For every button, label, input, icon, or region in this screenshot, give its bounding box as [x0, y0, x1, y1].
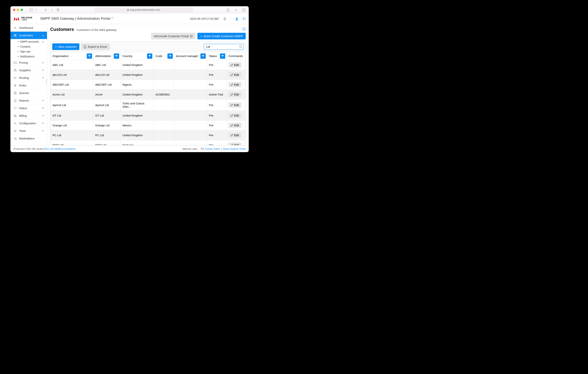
svg-point-19 [16, 77, 16, 78]
cell-abbreviation: PC Ltd [93, 130, 120, 140]
cell-abbreviation: abc123 Ltd [93, 70, 120, 80]
table-row[interactable]: ABC LtdABC LtdUnited KingdomPreEdit [51, 60, 245, 70]
edit-button[interactable]: Edit [229, 72, 241, 77]
filter-am-button[interactable] [200, 53, 206, 59]
sidebar-customers-submenu: SMPP accounts▼ Contacts Sign-ups Notific… [10, 39, 47, 59]
pencil-icon [231, 134, 233, 136]
edit-button[interactable]: Edit [229, 62, 241, 67]
svg-rect-5 [242, 10, 243, 11]
svg-text:?: ? [243, 28, 245, 30]
edit-button[interactable]: Edit [229, 103, 241, 108]
svg-rect-3 [242, 9, 243, 10]
sidebar-sub-contacts[interactable]: Contacts [15, 44, 47, 49]
col-account-manager[interactable]: Account manager [174, 52, 207, 60]
edit-button[interactable]: Edit [229, 133, 241, 138]
col-organisation[interactable]: Organisation ↑ [51, 52, 93, 60]
sidebar-item-status[interactable]: Status▼ [10, 104, 47, 112]
nav-forward-icon[interactable] [49, 8, 54, 12]
close-window-icon[interactable] [13, 9, 15, 11]
url-bar[interactable]: ssg-portal.melroselabs.com [94, 7, 193, 12]
envelope-icon [201, 148, 204, 150]
col-status[interactable]: Status [207, 52, 227, 60]
nav-back-icon[interactable] [43, 8, 48, 12]
footer-build-link[interactable]: 2022.130.380 [43, 147, 59, 150]
filter-code-button[interactable] [168, 53, 173, 59]
cell-organisation: Orange Ltd [51, 120, 93, 130]
share-icon[interactable] [226, 8, 230, 12]
sidebar-sub-smpp-accounts[interactable]: SMPP accounts▼ [15, 39, 47, 44]
file-excel-icon: x [84, 45, 86, 48]
sidebar-item-configuration[interactable]: Configuration▼ [10, 119, 47, 127]
sidebar-sub-signups[interactable]: Sign-ups [15, 49, 47, 54]
minimize-window-icon[interactable] [17, 9, 19, 11]
table-row[interactable]: Orange LtdOrange LtdMexicoPreEdit [51, 120, 245, 130]
cell-country: United Kingdom [120, 90, 153, 99]
quick-create-button[interactable]: + Quick Create Customer+SMPP [197, 33, 246, 39]
filter-abbreviation-button[interactable] [114, 53, 119, 59]
sidebar-item-tools[interactable]: Tools▼ [10, 127, 47, 135]
col-abbreviation[interactable]: Abbreviation [93, 52, 120, 60]
sidebar-sub-notifications[interactable]: Notifications [15, 54, 47, 59]
table-row[interactable]: PC LtdPC LtdUnited KingdomPreEdit [51, 130, 245, 140]
tabs-overview-icon[interactable] [242, 8, 246, 12]
sidebar-item-dashboard[interactable]: Dashboard [10, 24, 47, 32]
filter-country-button[interactable] [147, 53, 152, 59]
edit-button[interactable]: Edit [229, 142, 241, 145]
brand-logo[interactable]: MELROSE LABS [13, 16, 32, 21]
chevron-down-icon: ▼ [42, 69, 44, 71]
cell-country: Nigeria [120, 80, 153, 90]
edit-button[interactable]: Edit [229, 92, 241, 97]
user-icon[interactable] [235, 17, 239, 21]
cell-organisation: PC Ltd [51, 130, 93, 140]
cell-account-manager [174, 60, 207, 70]
edit-button[interactable]: Edit [229, 82, 241, 87]
chevron-down-icon[interactable] [35, 8, 37, 12]
export-excel-button[interactable]: x Export to Excel [81, 43, 110, 50]
sidebar: Dashboard Customers ▲ SMPP accounts▼ Con… [10, 24, 47, 145]
sidebar-item-suppliers[interactable]: Suppliers▼ [10, 66, 47, 74]
table-row[interactable]: Acme LtdAcmeUnited KingdomACME0001Active… [51, 90, 245, 99]
edit-button[interactable]: Edit [229, 113, 241, 118]
table-row[interactable]: PQR LtdPQR LtdPortugalPreEdit [51, 140, 245, 146]
page-subtitle: Customers of the SMS gateway [76, 28, 116, 32]
cell-abbreviation: Orange Ltd [93, 120, 120, 130]
shield-icon[interactable] [55, 8, 60, 12]
contact-sales-link[interactable]: Contact Sales [205, 147, 220, 150]
cell-country: Turks and Caicos Islan... [120, 99, 153, 111]
sidebar-collapse-handle[interactable] [46, 78, 47, 86]
sidebar-item-marketplace[interactable]: Marketplace [10, 135, 47, 142]
svg-point-20 [14, 78, 15, 79]
col-code[interactable]: Code [153, 52, 174, 60]
sidebar-item-billing[interactable]: Billing▼ [10, 112, 47, 119]
sidebar-item-rules[interactable]: Rules [10, 82, 47, 89]
footer-documentation-link[interactable]: Documentation [59, 147, 76, 150]
sidebar-item-customers[interactable]: Customers ▲ [10, 32, 47, 39]
svg-rect-31 [46, 79, 47, 85]
sidebar-item-reports[interactable]: Reports▼ [10, 97, 47, 104]
new-customer-button[interactable]: + New customer [52, 43, 79, 50]
bell-icon[interactable] [223, 17, 227, 21]
txtconsole-portal-button[interactable]: txtConsole Customer Portal [151, 33, 196, 39]
svg-rect-6 [244, 10, 245, 11]
table-row[interactable]: Apricot LtdApricot LtdTurks and Caicos I… [51, 99, 245, 111]
table-row[interactable]: abc123 Ltdabc123 LtdUnited KingdomPreEdi… [51, 70, 245, 80]
raise-ticket-link[interactable]: Raise Support Ticket [223, 147, 246, 150]
table-row[interactable]: GT LtdGT LtdUnited KingdomPreEdit [51, 111, 245, 120]
new-tab-icon[interactable] [234, 8, 238, 12]
cell-status: Pre [207, 60, 227, 70]
filter-status-button[interactable] [220, 53, 225, 59]
cell-account-manager [174, 111, 207, 120]
logout-icon[interactable] [243, 17, 246, 21]
sidebar-item-pricing[interactable]: Pricing▼ [10, 59, 47, 66]
maximize-window-icon[interactable] [21, 9, 23, 11]
filter-organisation-button[interactable] [87, 53, 92, 59]
sidebar-item-routing[interactable]: Routing▼ [10, 74, 47, 82]
customers-table: Organisation ↑ Abbreviation Country [50, 52, 245, 145]
sidebar-toggle-icon[interactable] [29, 8, 33, 12]
edit-button[interactable]: Edit [229, 123, 241, 128]
search-input[interactable] [204, 44, 244, 50]
table-row[interactable]: ABCDEF LtdABCDEF LtdNigeriaPreEdit [51, 80, 245, 90]
col-country[interactable]: Country [120, 52, 153, 60]
sidebar-item-queues[interactable]: Queues [10, 89, 47, 97]
help-icon[interactable]: ? [242, 27, 246, 31]
